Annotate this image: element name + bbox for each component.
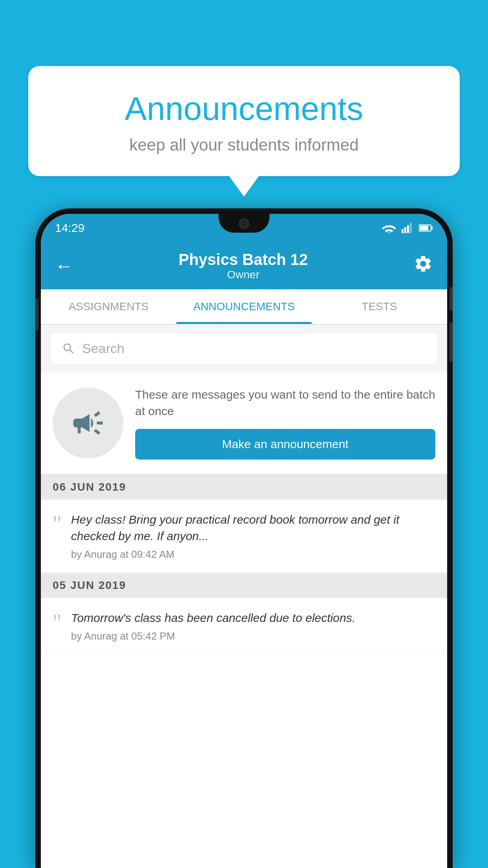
date-divider-1: 06 JUN 2019	[41, 474, 447, 500]
date-divider-2: 05 JUN 2019	[41, 573, 447, 598]
search-placeholder: Search	[82, 341, 125, 356]
front-camera	[239, 219, 249, 229]
app-bar-subtitle: Owner	[73, 268, 413, 281]
gear-icon	[413, 254, 433, 274]
status-time: 14:29	[55, 221, 84, 235]
app-bar-title: Physics Batch 12	[73, 251, 413, 268]
tabs-bar: ASSIGNMENTS ANNOUNCEMENTS TESTS	[41, 289, 447, 325]
back-button[interactable]: ←	[55, 255, 73, 276]
make-announcement-button[interactable]: Make an announcement	[135, 429, 435, 460]
phone-side-left	[35, 299, 39, 330]
svg-rect-0	[402, 229, 404, 233]
bubble-subtitle: keep all your students informed	[48, 136, 440, 154]
signal-icon	[402, 223, 413, 233]
search-container: Search	[41, 325, 447, 372]
svg-rect-3	[410, 223, 412, 233]
announcement-content-1: Hey class! Bring your practical record b…	[71, 511, 435, 561]
announcement-text-1: Hey class! Bring your practical record b…	[71, 511, 435, 544]
quote-icon-2: "	[53, 614, 62, 631]
speech-bubble: Announcements keep all your students inf…	[28, 66, 460, 176]
announcement-icon-circle	[53, 388, 123, 458]
megaphone-icon	[70, 405, 106, 441]
wifi-icon	[382, 223, 396, 233]
settings-button[interactable]	[413, 254, 433, 278]
quote-icon-1: "	[53, 515, 62, 533]
phone-side-right-bottom	[449, 322, 453, 362]
announcement-item-1[interactable]: " Hey class! Bring your practical record…	[41, 500, 447, 573]
status-bar: 14:29	[41, 214, 447, 242]
notch	[218, 214, 270, 233]
announcement-content-2: Tomorrow's class has been cancelled due …	[71, 610, 435, 642]
phone-frame: 14:29	[35, 208, 453, 868]
announcement-item-2[interactable]: " Tomorrow's class has been cancelled du…	[41, 598, 447, 655]
battery-icon	[419, 224, 433, 232]
svg-rect-5	[431, 226, 433, 230]
promo-right: These are messages you want to send to t…	[135, 386, 435, 460]
svg-rect-1	[404, 227, 406, 233]
phone-side-right-top	[449, 287, 453, 311]
app-bar-title-group: Physics Batch 12 Owner	[73, 251, 413, 281]
tab-tests[interactable]: TESTS	[312, 289, 447, 324]
status-icons	[382, 223, 433, 233]
promo-section: These are messages you want to send to t…	[41, 372, 447, 474]
tab-assignments[interactable]: ASSIGNMENTS	[41, 289, 176, 324]
app-bar: ← Physics Batch 12 Owner	[41, 242, 447, 289]
phone-screen: 14:29	[41, 214, 447, 868]
svg-rect-6	[420, 226, 428, 230]
announcement-text-2: Tomorrow's class has been cancelled due …	[71, 610, 435, 626]
announcement-meta-1: by Anurag at 09:42 AM	[71, 548, 435, 561]
svg-rect-2	[407, 225, 409, 233]
search-bar[interactable]: Search	[50, 333, 438, 364]
search-icon	[62, 342, 76, 356]
announcement-meta-2: by Anurag at 05:42 PM	[71, 630, 435, 642]
tab-announcements[interactable]: ANNOUNCEMENTS	[176, 289, 312, 324]
promo-description: These are messages you want to send to t…	[135, 386, 435, 419]
bubble-title: Announcements	[48, 90, 440, 128]
